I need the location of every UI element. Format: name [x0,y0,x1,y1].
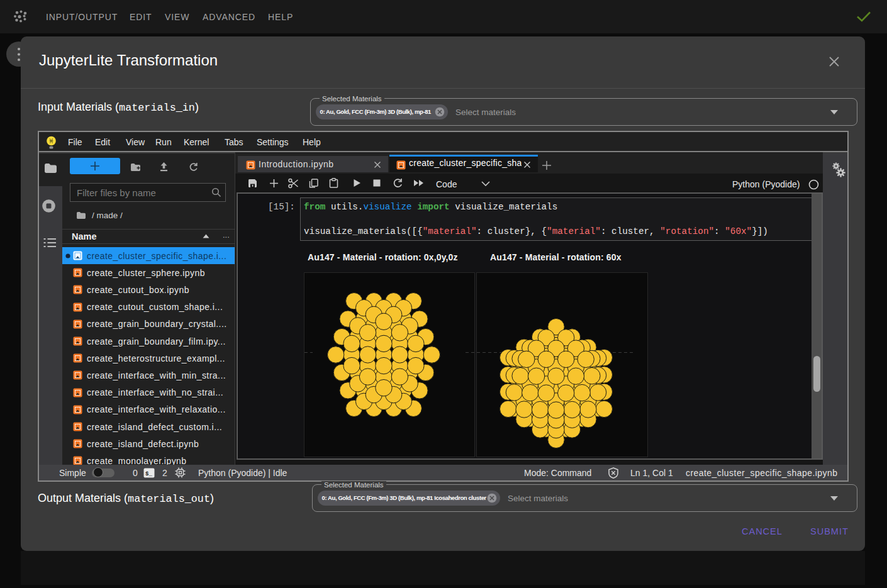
svg-text:$_: $_ [145,470,152,477]
